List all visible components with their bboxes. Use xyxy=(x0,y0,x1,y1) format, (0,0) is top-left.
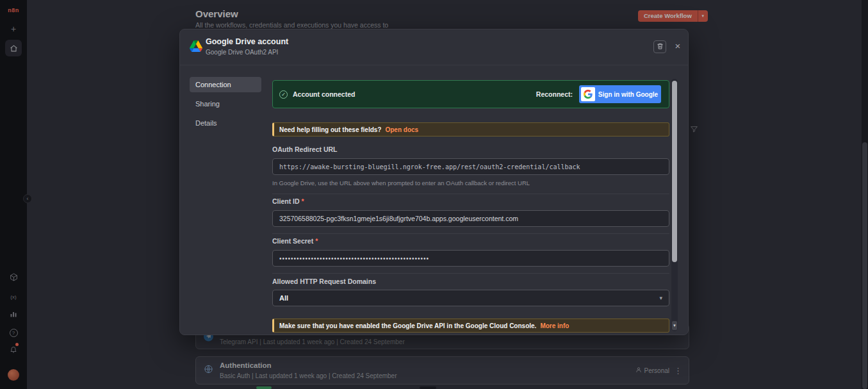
chevron-down-icon: ▾ xyxy=(659,295,662,301)
modal-subtitle: Google Drive OAuth2 API xyxy=(206,49,278,56)
allowed-domains-select[interactable]: All ▾ xyxy=(272,290,669,306)
sign-in-with-google-button[interactable]: Sign in with Google xyxy=(579,85,661,103)
open-docs-link[interactable]: Open docs xyxy=(385,126,418,133)
client-id-input[interactable] xyxy=(272,210,669,227)
client-secret-input[interactable] xyxy=(272,250,669,267)
tab-sharing[interactable]: Sharing xyxy=(190,96,261,112)
divider xyxy=(272,233,669,234)
client-id-label: Client ID* xyxy=(272,197,304,205)
client-secret-label: Client Secret* xyxy=(272,237,318,245)
account-connected-banner: ✓ Account connected Reconnect: Sign in w… xyxy=(272,80,669,108)
enable-api-banner: Make sure that you have enabled the Goog… xyxy=(272,319,669,333)
arrow-down-icon: ▼ xyxy=(673,324,676,327)
oauth-redirect-helper-text: In Google Drive, use the URL above when … xyxy=(272,179,530,186)
modal-header: Google Drive account Google Drive OAuth2… xyxy=(180,29,688,65)
delete-credential-button[interactable] xyxy=(653,40,666,53)
app-root: n8n + (x) ? xyxy=(0,0,868,389)
required-asterisk: * xyxy=(302,197,304,205)
reconnect-label: Reconnect: xyxy=(536,90,573,98)
allowed-domains-value: All xyxy=(279,294,659,302)
credential-modal: Google Drive account Google Drive OAuth2… xyxy=(179,29,689,335)
google-g-icon xyxy=(581,87,595,101)
tab-details[interactable]: Details xyxy=(190,115,261,131)
check-circle-icon: ✓ xyxy=(279,90,288,99)
client-id-label-text: Client ID xyxy=(272,197,300,205)
docs-banner-text: Need help filling out these fields? xyxy=(279,126,381,133)
trash-icon xyxy=(657,41,664,53)
client-secret-label-text: Client Secret xyxy=(272,237,313,245)
api-banner-text: Make sure that you have enabled the Goog… xyxy=(279,322,536,329)
allowed-domains-label: Allowed HTTP Request Domains xyxy=(272,277,376,285)
more-info-link[interactable]: More info xyxy=(540,322,569,329)
google-drive-logo-icon xyxy=(190,40,202,54)
scroll-down-button[interactable]: ▼ xyxy=(672,321,677,330)
modal-title: Google Drive account xyxy=(206,37,288,46)
oauth-redirect-url-label: OAuth Redirect URL xyxy=(272,145,338,153)
oauth-redirect-url-input[interactable] xyxy=(272,158,669,175)
tab-connection[interactable]: Connection xyxy=(190,77,261,92)
docs-help-banner: Need help filling out these fields? Open… xyxy=(272,122,669,137)
divider xyxy=(272,194,669,194)
connected-status-text: Account connected xyxy=(293,90,355,98)
close-icon: × xyxy=(675,40,681,51)
modal-scrollbar-thumb[interactable] xyxy=(672,81,677,262)
modal-scrollbar[interactable]: ▼ xyxy=(671,79,678,331)
close-modal-button[interactable]: × xyxy=(671,38,685,53)
required-asterisk: * xyxy=(315,237,318,245)
google-button-label: Sign in with Google xyxy=(595,91,661,98)
divider xyxy=(272,273,669,274)
modal-tabs: Connection Sharing Details xyxy=(190,77,261,135)
